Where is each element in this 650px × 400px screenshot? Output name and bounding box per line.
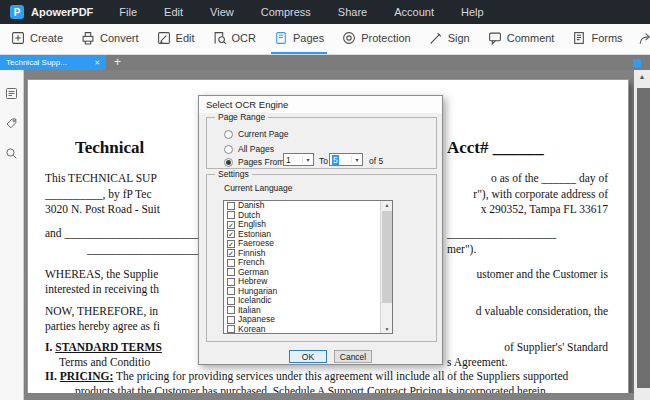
- settings-label: Settings: [215, 169, 252, 179]
- scroll-marker: [633, 59, 641, 67]
- current-language-label: Current Language: [224, 183, 293, 193]
- checkbox-checked-icon[interactable]: ✓: [227, 240, 235, 248]
- radio-pages-from[interactable]: Pages From: [224, 157, 284, 167]
- listbox-scrollbar[interactable]: ▲ ▼: [380, 201, 392, 333]
- main-vertical-scrollbar[interactable]: ▲: [634, 70, 650, 400]
- page-to-combobox[interactable]: 5 ▾: [329, 153, 363, 166]
- doc-text: The pricing for providing services under…: [113, 370, 568, 382]
- language-option-korean[interactable]: Korean: [224, 325, 392, 335]
- create-button[interactable]: Create: [8, 24, 66, 54]
- scroll-up-icon[interactable]: ▲: [381, 202, 393, 208]
- checkbox-icon[interactable]: [227, 287, 235, 295]
- tab-title: Technical Supp...: [6, 58, 67, 67]
- scroll-down-icon[interactable]: ▼: [381, 326, 393, 332]
- radio-selected-icon[interactable]: [224, 158, 233, 167]
- doc-text: NOW, THEREFORE, in: [45, 305, 158, 317]
- checkbox-icon[interactable]: [227, 306, 235, 314]
- sign-button[interactable]: Sign: [426, 24, 473, 54]
- scroll-up-icon[interactable]: ▲: [634, 73, 650, 80]
- section-number: II.: [45, 370, 60, 382]
- section-heading: STANDARD TERMS: [55, 341, 162, 353]
- scrollbar-thumb[interactable]: [382, 211, 392, 303]
- doc-line: II. PRICING: The pricing for providing s…: [28, 370, 628, 384]
- combo-selected-value: 5: [332, 155, 339, 165]
- ocr-icon: [213, 31, 227, 45]
- doc-text: 3020 N. Post Road - Suit: [45, 203, 160, 215]
- checkbox-icon[interactable]: [227, 297, 235, 305]
- checkbox-icon[interactable]: [227, 211, 235, 219]
- menu-help[interactable]: Help: [461, 6, 484, 18]
- doc-text: Terms and Conditio: [59, 356, 150, 368]
- checkbox-checked-icon[interactable]: ✓: [227, 249, 235, 257]
- menu-share[interactable]: Share: [338, 6, 367, 18]
- language-label: English: [238, 220, 266, 229]
- protection-icon: [342, 31, 356, 45]
- radio-icon[interactable]: [224, 130, 233, 139]
- checkbox-icon[interactable]: [227, 259, 235, 267]
- search-panel-button[interactable]: [5, 146, 18, 164]
- tab-close-icon[interactable]: ✕: [94, 59, 100, 67]
- scrollbar-thumb[interactable]: [637, 88, 650, 388]
- checkbox-icon[interactable]: [227, 202, 235, 210]
- radio-current-page[interactable]: Current Page: [224, 129, 289, 139]
- checkbox-checked-icon[interactable]: ✓: [227, 221, 235, 229]
- pages-label: Pages: [293, 32, 324, 44]
- redo-arrow-icon[interactable]: [638, 32, 650, 46]
- new-tab-button[interactable]: +: [114, 55, 121, 70]
- comment-label: Comment: [507, 32, 555, 44]
- doc-text: interested in receiving th: [45, 283, 159, 295]
- language-label: Icelandic: [238, 296, 272, 305]
- thumbnails-panel-button[interactable]: [5, 86, 18, 104]
- section-number: I.: [45, 341, 55, 353]
- toolbar: Create Convert Edit OCR Pages Protection…: [0, 24, 650, 55]
- dialog-title: Select OCR Engine: [199, 96, 442, 113]
- page-from-combobox[interactable]: 1 ▾: [283, 153, 314, 166]
- menu-file[interactable]: File: [119, 6, 137, 18]
- menu-account[interactable]: Account: [394, 6, 434, 18]
- checkbox-checked-icon[interactable]: ✓: [227, 230, 235, 238]
- menu-edit[interactable]: Edit: [164, 6, 183, 18]
- radio-label: Pages From: [238, 157, 284, 167]
- edit-button[interactable]: Edit: [154, 24, 198, 54]
- account-number-field: Acct# ______: [447, 138, 544, 158]
- pages-button[interactable]: Pages: [271, 24, 327, 54]
- section-heading: PRICING:: [60, 370, 114, 382]
- doc-text: mer").: [447, 243, 476, 255]
- menu-compress[interactable]: Compress: [261, 6, 311, 18]
- protection-button[interactable]: Protection: [339, 24, 414, 54]
- language-label: Faeroese: [238, 239, 274, 248]
- language-label: Danish: [238, 201, 264, 210]
- checkbox-icon[interactable]: [227, 268, 235, 276]
- ok-button[interactable]: OK: [289, 350, 327, 363]
- doc-text: WHEREAS, the Supplie: [45, 268, 158, 280]
- checkbox-icon[interactable]: [227, 316, 235, 324]
- forms-icon: [572, 31, 586, 45]
- document-tab[interactable]: Technical Supp... ✕: [0, 55, 106, 70]
- left-sidebar: [0, 70, 24, 400]
- document-title-left: Technical: [75, 138, 144, 158]
- select-ocr-engine-dialog[interactable]: Select OCR Engine Page Range Current Pag…: [198, 95, 443, 365]
- page-range-label: Page Range: [215, 112, 268, 122]
- doc-text: of Supplier's' Standard: [504, 341, 608, 353]
- language-listbox[interactable]: Danish Dutch ✓ English ✓ Estonian ✓ Faer…: [223, 200, 393, 334]
- radio-all-pages[interactable]: All Pages: [224, 144, 274, 154]
- chevron-down-icon[interactable]: ▾: [351, 156, 362, 163]
- menu-view[interactable]: View: [210, 6, 234, 18]
- app-name: ApowerPDF: [31, 6, 93, 18]
- radio-icon[interactable]: [224, 145, 233, 154]
- ocr-button[interactable]: OCR: [210, 24, 259, 54]
- annotations-panel-button[interactable]: [5, 116, 18, 134]
- forms-label: Forms: [591, 32, 622, 44]
- checkbox-icon[interactable]: [227, 325, 235, 333]
- doc-text: s Agreement.: [447, 356, 508, 368]
- forms-button[interactable]: Forms: [569, 24, 625, 54]
- convert-button[interactable]: Convert: [78, 24, 142, 54]
- protection-label: Protection: [361, 32, 411, 44]
- doc-text: ustomer and the Customer is: [476, 268, 608, 280]
- menu-bar: P ApowerPDF File Edit View Compress Shar…: [0, 0, 650, 24]
- chevron-down-icon[interactable]: ▾: [302, 156, 313, 163]
- checkbox-icon[interactable]: [227, 278, 235, 286]
- combo-value: 1: [284, 155, 302, 165]
- comment-button[interactable]: Comment: [485, 24, 558, 54]
- cancel-button[interactable]: Cancel: [334, 350, 372, 363]
